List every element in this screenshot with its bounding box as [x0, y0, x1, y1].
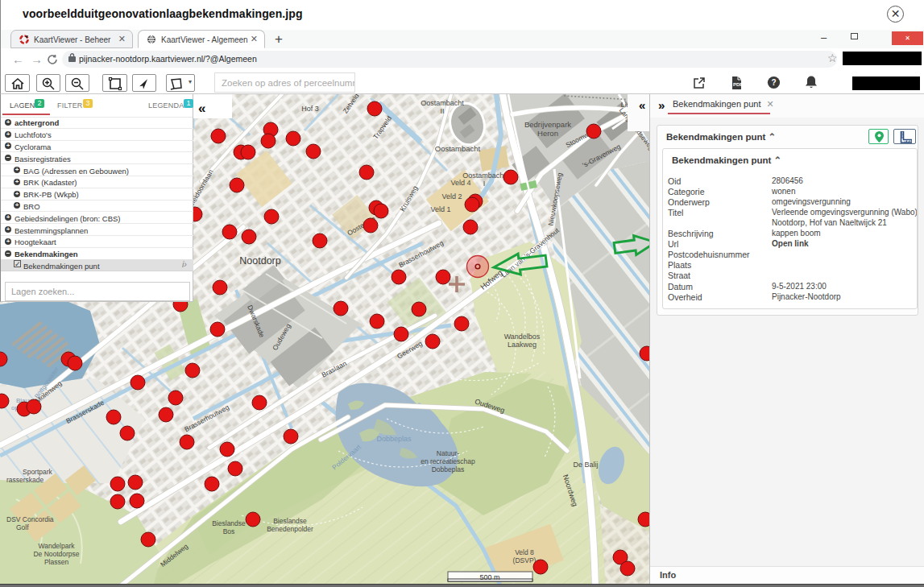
svg-text:Dobbeplas: Dobbeplas [432, 465, 465, 473]
svg-text:Nootdorp: Nootdorp [239, 255, 280, 267]
svg-text:Bos: Bos [223, 527, 235, 535]
svg-text:Heron: Heron [537, 129, 558, 138]
svg-text:Golf: Golf [16, 523, 29, 531]
svg-text:?: ? [772, 78, 777, 87]
svg-text:Natuur-: Natuur- [437, 449, 460, 457]
svg-text:Oostambacht: Oostambacht [421, 99, 464, 107]
svg-text:I: I [483, 180, 486, 188]
svg-text:Laakweg: Laakweg [508, 341, 537, 349]
svg-text:Benedenpolder: Benedenpolder [267, 525, 313, 533]
svg-text:Veld 8: Veld 8 [515, 548, 534, 556]
svg-text:Wandelpark: Wandelpark [38, 542, 75, 550]
svg-text:Bieslandse: Bieslandse [212, 519, 246, 527]
svg-text:Wandelbos: Wandelbos [504, 333, 541, 341]
svg-text:De Balij: De Balij [573, 461, 598, 469]
svg-text:rasserskade: rasserskade [6, 476, 44, 484]
svg-text:en recreatieschap: en recreatieschap [421, 457, 475, 465]
svg-text:Sportpark: Sportpark [23, 468, 53, 476]
svg-text:De Nootdorpse: De Nootdorpse [33, 550, 79, 558]
svg-text:DSV Concordia: DSV Concordia [6, 515, 54, 523]
svg-text:Veld 4: Veld 4 [450, 179, 470, 187]
svg-text:Hof 3: Hof 3 [301, 105, 319, 113]
svg-text:II: II [440, 107, 444, 115]
svg-text:Bedrijvenpark: Bedrijvenpark [524, 120, 571, 129]
svg-text:Oostambacht: Oostambacht [435, 144, 481, 153]
svg-text:Bieslandse: Bieslandse [273, 517, 307, 525]
svg-text:Plassen: Plassen [44, 558, 69, 566]
svg-text:Dobbeplas: Dobbeplas [376, 435, 412, 443]
svg-text:PDF: PDF [733, 82, 743, 87]
svg-text:500 m: 500 m [479, 573, 499, 581]
svg-text:Veld 2: Veld 2 [441, 192, 462, 200]
svg-text:Veld 1: Veld 1 [430, 205, 450, 213]
svg-text:(DSVP): (DSVP) [513, 556, 537, 564]
